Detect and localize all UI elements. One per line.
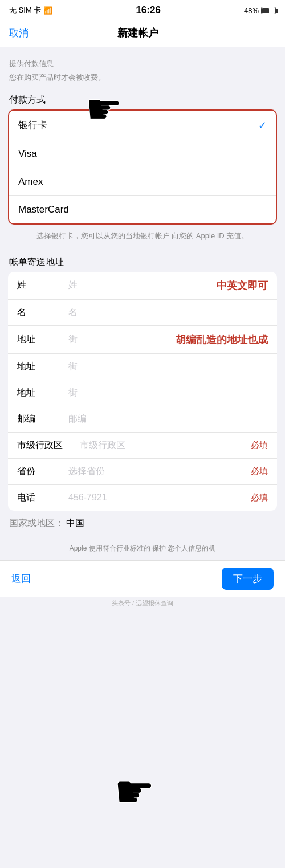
wifi-icon: 📶	[43, 6, 52, 15]
hand-icon-2: ☛	[114, 767, 155, 817]
privacy-text: Apple 使用符合行业标准的 保护 您个人信息的机	[0, 536, 285, 560]
province-row[interactable]: 省份 选择省份 必填	[8, 459, 277, 485]
address2-input[interactable]: 街	[68, 361, 268, 373]
country-value: 中国	[66, 518, 84, 528]
amex-option-label: Amex	[18, 176, 43, 188]
payment-method-label: 付款方式	[0, 89, 285, 109]
phone-required: 必填	[251, 492, 268, 503]
address2-row[interactable]: 地址 街	[8, 354, 277, 380]
visa-option-label: Visa	[18, 148, 37, 160]
mastercard-option-label: MasterCard	[18, 204, 69, 215]
payment-option-amex[interactable]: Amex	[9, 168, 276, 196]
address3-input[interactable]: 街	[68, 387, 268, 399]
status-left: 无 SIM 卡 📶	[9, 5, 52, 15]
billing-address-label: 帐单寄送地址	[0, 251, 285, 272]
phone-input[interactable]: 456-7921	[68, 492, 247, 503]
time-display: 16:26	[136, 5, 160, 16]
city-input[interactable]: 市级行政区	[80, 439, 247, 451]
page-title: 新建帐户	[117, 26, 158, 40]
payment-option-bank[interactable]: 银行卡 ✓	[9, 111, 276, 140]
country-label: 国家或地区：	[9, 518, 64, 528]
surname-input[interactable]: 姓	[68, 279, 211, 291]
hand-cursor-annotation-2: ☛	[114, 769, 155, 815]
address3-row[interactable]: 地址 街	[8, 380, 277, 406]
payment-info-header: 提供付款信息	[0, 47, 285, 72]
zipcode-input[interactable]: 邮编	[68, 413, 268, 425]
battery-icon	[261, 7, 276, 14]
firstname-row[interactable]: 名 名	[8, 300, 277, 326]
surname-annotation: 中英文即可	[217, 279, 268, 292]
bank-info-text: 选择银行卡，您可以从您的当地银行帐户 向您的 Apple ID 充值。	[0, 225, 285, 251]
payment-options-card: 银行卡 ✓ Visa Amex MasterCard	[8, 109, 277, 225]
zipcode-label: 邮编	[17, 413, 68, 425]
payment-option-mastercard[interactable]: MasterCard	[9, 196, 276, 223]
firstname-input[interactable]: 名	[68, 307, 268, 319]
phone-row[interactable]: 电话 456-7921 必填	[8, 485, 277, 511]
address3-label: 地址	[17, 387, 68, 399]
cancel-button[interactable]: 取消	[9, 27, 28, 40]
province-input[interactable]: 选择省份	[68, 466, 247, 478]
payment-info-subtext: 您在购买产品时才会被收费。	[0, 72, 285, 89]
country-row: 国家或地区： 中国	[0, 511, 285, 536]
bottom-nav: 返回 下一步	[0, 560, 285, 597]
address-annotation: 胡编乱造的地址也成	[176, 333, 268, 347]
address1-label: 地址	[17, 333, 68, 345]
billing-form-card: 姓 姓 中英文即可 名 名 地址 街 胡编乱造的地址也成 地址 街 地址 街 邮…	[8, 272, 277, 511]
address2-label: 地址	[17, 361, 68, 373]
city-required: 必填	[251, 440, 268, 451]
surname-label: 姓	[17, 279, 68, 291]
city-label: 市级行政区	[17, 439, 80, 451]
firstname-label: 名	[17, 307, 68, 319]
battery-percent: 48%	[244, 6, 259, 15]
carrier-text: 无 SIM 卡	[9, 5, 41, 15]
nav-bar: 取消 新建帐户	[0, 21, 285, 47]
status-bar: 无 SIM 卡 📶 16:26 48%	[0, 0, 285, 21]
next-button[interactable]: 下一步	[222, 568, 274, 590]
surname-row[interactable]: 姓 姓 中英文即可	[8, 272, 277, 300]
zipcode-row[interactable]: 邮编 邮编	[8, 406, 277, 433]
province-required: 必填	[251, 466, 268, 477]
province-label: 省份	[17, 466, 68, 478]
payment-option-visa[interactable]: Visa	[9, 140, 276, 168]
watermark: 头条号 / 远望报休查询	[0, 597, 285, 610]
status-right: 48%	[244, 6, 276, 15]
address1-row[interactable]: 地址 街 胡编乱造的地址也成	[8, 326, 277, 354]
phone-label: 电话	[17, 492, 68, 504]
bank-checkmark: ✓	[258, 119, 267, 132]
bank-option-label: 银行卡	[18, 119, 47, 132]
back-button[interactable]: 返回	[11, 572, 31, 585]
address1-input[interactable]: 街	[68, 333, 170, 345]
city-row[interactable]: 市级行政区 市级行政区 必填	[8, 433, 277, 459]
